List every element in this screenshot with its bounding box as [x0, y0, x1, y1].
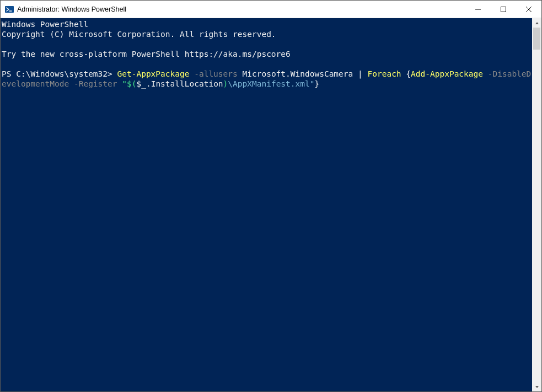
scroll-track[interactable] [532, 28, 541, 382]
svg-rect-0 [5, 6, 14, 13]
scroll-up-button[interactable] [532, 18, 541, 28]
brace: } [314, 79, 319, 88]
minimize-button[interactable] [465, 1, 491, 18]
brace: { [406, 69, 411, 78]
string-path: \AppXManifest.xml" [228, 79, 314, 88]
terminal[interactable]: Windows PowerShell Copyright (C) Microso… [1, 18, 532, 391]
terminal-area: Windows PowerShell Copyright (C) Microso… [1, 18, 541, 391]
variable: $_ [136, 79, 146, 88]
property: .InstallLocation [146, 79, 223, 88]
cmdlet: Foreach [367, 69, 406, 78]
info-line: Try the new cross-platform PowerShell ht… [2, 50, 291, 58]
scroll-thumb[interactable] [533, 28, 540, 50]
maximize-button[interactable] [491, 1, 516, 18]
argument: Microsoft.WindowsCamera [243, 69, 358, 78]
close-button[interactable] [516, 1, 541, 18]
powershell-icon [5, 5, 14, 14]
banner-line: Windows PowerShell [2, 20, 88, 29]
titlebar[interactable]: Administrator: Windows PowerShell [1, 1, 541, 18]
cmdlet: Add-AppxPackage [411, 69, 483, 78]
cmdlet: Get-AppxPackage [117, 69, 190, 78]
window-title: Administrator: Windows PowerShell [17, 6, 126, 13]
svg-rect-3 [501, 7, 506, 12]
vertical-scrollbar[interactable] [532, 18, 541, 391]
pipe: | [358, 69, 367, 78]
string-open: "$( [122, 79, 136, 88]
scroll-down-button[interactable] [532, 382, 541, 391]
app-window: Administrator: Windows PowerShell Window… [0, 0, 542, 392]
param: -allusers [189, 69, 242, 78]
prompt: PS C:\Windows\system32> [2, 69, 117, 78]
banner-line: Copyright (C) Microsoft Corporation. All… [2, 30, 276, 39]
